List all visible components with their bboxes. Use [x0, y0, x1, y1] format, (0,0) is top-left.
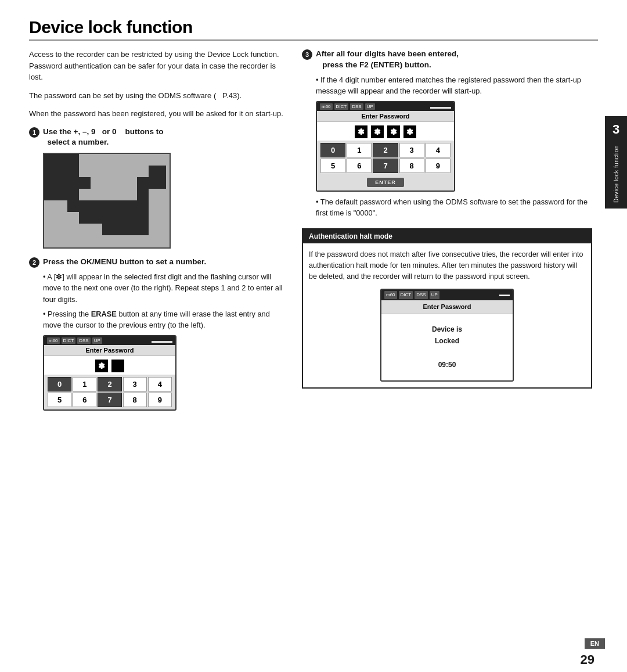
step-3-numgrid: 0 1 2 3 4 5 6 7 8 9 — [317, 141, 454, 175]
auth-halt-body: If the password does not match after fiv… — [303, 243, 591, 387]
step-3-bullet-2: The default password when using the ODMS… — [302, 196, 592, 218]
locked-line3: 09:50 — [438, 361, 456, 369]
step-2-title: Press the OK/MENU button to set a number… — [43, 257, 206, 268]
s3-numcell-7: 7 — [373, 159, 398, 173]
step-1-image — [43, 153, 171, 249]
s3-statusbar-m60: m60 — [320, 103, 333, 110]
step-2-bullet-2: Pressing the ERASE button at any time wi… — [43, 308, 284, 330]
step-3-bullet-1: If the 4 digit number entered matches th… — [302, 74, 592, 96]
page-container: Device lock function Access to the recor… — [0, 0, 627, 672]
s3-pw-star-1: ✽ — [355, 125, 367, 138]
step-3: 3 After all four digits have been entere… — [302, 49, 592, 219]
step-1-num: 1 — [29, 127, 39, 138]
s3-numcell-3: 3 — [399, 143, 424, 157]
numcell-1: 1 — [73, 377, 96, 391]
step-1-image-inner — [44, 154, 170, 247]
auth-halt-header: Authentication halt mode — [303, 229, 591, 243]
numcell-5: 5 — [48, 393, 71, 407]
s3-statusbar-dict: DICT — [334, 103, 349, 110]
s3-statusbar-battery: ▬▬▬▬ — [430, 104, 451, 110]
step-3-password-row: ✽ ✽ ✽ ✽ — [317, 122, 454, 141]
pw-star-1: ✽ — [95, 360, 108, 372]
col-right: 3 After all four digits have been entere… — [302, 49, 592, 419]
step-2-screen: m60 DICT DSS UP ▬▬▬▬ Enter Password ✽ 0 — [43, 335, 176, 411]
main-content: Access to the recorder can be restricted… — [29, 49, 592, 419]
numcell-8: 8 — [123, 393, 147, 407]
side-tab-text: Device lock function — [613, 145, 619, 203]
col-left: Access to the recorder can be restricted… — [29, 49, 284, 419]
step-2-screen-title: Enter Password — [44, 345, 175, 356]
step-2-password-row: ✽ — [44, 356, 175, 375]
step-2-body: A [✽] will appear in the selected first … — [29, 271, 284, 330]
s3-numcell-2: 2 — [373, 143, 398, 157]
s3-statusbar-left: m60 DICT DSS UP — [320, 103, 375, 110]
numcell-2: 2 — [98, 377, 121, 391]
statusbar-left: m60 DICT DSS UP — [47, 337, 102, 344]
step-3-screen-title: Enter Password — [317, 111, 454, 122]
locked-statusbar-left: m60 DICT DSS UP — [384, 291, 439, 299]
enter-btn-row: ENTER — [317, 175, 454, 191]
enter-button-label: ENTER — [367, 178, 404, 187]
numcell-0: 0 — [48, 377, 71, 391]
locked-body: Device is Locked 09:50 — [381, 314, 513, 380]
s3-statusbar-up: UP — [365, 103, 375, 110]
side-tab-number: 3 — [612, 122, 619, 137]
statusbar-battery: ▬▬▬▬ — [152, 338, 172, 344]
locked-up: UP — [430, 291, 439, 299]
locked-line2: Locked — [435, 337, 459, 345]
side-tab: 3 Device lock function — [605, 116, 627, 209]
locked-line1: Device is — [432, 325, 462, 333]
step-2-heading: 2 Press the OK/MENU button to set a numb… — [29, 257, 284, 268]
numcell-9: 9 — [148, 393, 172, 407]
step-1: 1 Use the +, –, 9 or 0 buttons to select… — [29, 127, 284, 249]
step-3-num: 3 — [302, 49, 312, 60]
auth-halt-box: Authentication halt mode If the password… — [302, 228, 592, 389]
s3-pw-star-4: ✽ — [403, 125, 416, 138]
step-2: 2 Press the OK/MENU button to set a numb… — [29, 257, 284, 411]
step-1-title: Use the +, –, 9 or 0 buttons to select a… — [43, 127, 163, 149]
locked-statusbar: m60 DICT DSS UP ▬▬ — [381, 290, 513, 300]
numcell-6: 6 — [73, 393, 96, 407]
intro-para-3: When the password has been registered, y… — [29, 108, 284, 120]
locked-dict: DICT — [399, 291, 413, 299]
s3-numcell-5: 5 — [320, 159, 345, 173]
locked-screen: m60 DICT DSS UP ▬▬ Enter Password Device… — [380, 289, 514, 382]
s3-numcell-0: 0 — [320, 143, 345, 157]
step-2-bullet-1: A [✽] will appear in the selected first … — [43, 271, 284, 305]
numcell-4: 4 — [148, 377, 172, 391]
title-rule — [29, 39, 598, 41]
locked-m60: m60 — [384, 291, 397, 299]
intro-para-2: The password can be set by using the ODM… — [29, 90, 284, 102]
language-badge: EN — [585, 638, 605, 649]
step-3-heading: 3 After all four digits have been entere… — [302, 49, 592, 71]
bottom-right: EN 29 — [581, 638, 627, 672]
locked-battery: ▬▬ — [499, 291, 510, 299]
statusbar-m60: m60 — [47, 337, 60, 344]
step-3-title: After all four digits have been entered,… — [316, 49, 459, 71]
step-2-num: 2 — [29, 257, 39, 268]
s3-pw-star-3: ✽ — [387, 125, 400, 138]
page-number: 29 — [581, 649, 605, 672]
step-2-statusbar: m60 DICT DSS UP ▬▬▬▬ — [44, 336, 175, 345]
s3-numcell-6: 6 — [347, 159, 372, 173]
locked-dss: DSS — [415, 291, 427, 299]
numcell-7: 7 — [98, 393, 121, 407]
intro-para-1: Access to the recorder can be restricted… — [29, 49, 284, 83]
step-3-screen: m60 DICT DSS UP ▬▬▬▬ Enter Password ✽ ✽ … — [316, 101, 455, 192]
numcell-3: 3 — [123, 377, 147, 391]
step-2-numgrid: 0 1 2 3 4 5 6 7 8 9 — [44, 375, 175, 409]
page-title: Device lock function — [29, 17, 598, 37]
statusbar-up: UP — [92, 337, 102, 344]
s3-statusbar-dss: DSS — [350, 103, 363, 110]
s3-numcell-4: 4 — [426, 143, 451, 157]
step-3-statusbar: m60 DICT DSS UP ▬▬▬▬ — [317, 102, 454, 111]
s3-numcell-8: 8 — [399, 159, 424, 173]
s3-pw-star-2: ✽ — [371, 125, 384, 138]
statusbar-dict: DICT — [62, 337, 76, 344]
locked-screen-title: Enter Password — [381, 300, 513, 314]
s3-numcell-9: 9 — [426, 159, 451, 173]
auth-halt-text: If the password does not match after fiv… — [309, 249, 585, 283]
pw-cursor — [111, 360, 124, 372]
step-1-heading: 1 Use the +, –, 9 or 0 buttons to select… — [29, 127, 284, 149]
statusbar-dss: DSS — [77, 337, 90, 344]
